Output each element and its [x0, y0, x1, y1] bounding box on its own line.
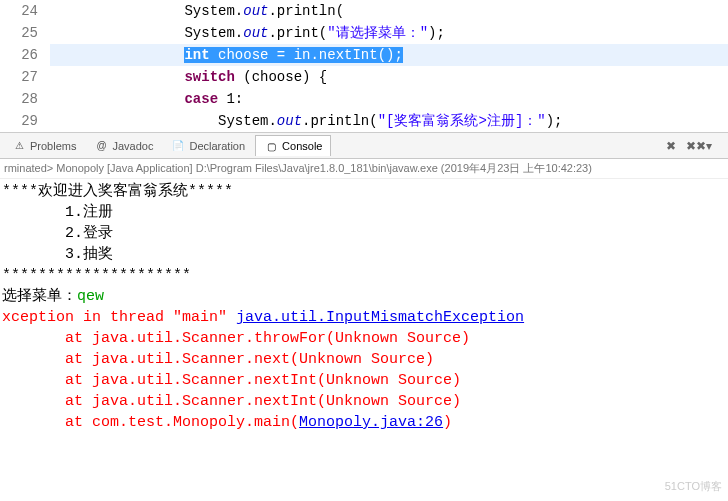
code-content[interactable]: System.out.println( — [50, 0, 728, 22]
view-tab-console[interactable]: ▢Console — [255, 135, 331, 156]
console-line: at java.util.Scanner.nextInt(Unknown Sou… — [0, 391, 728, 412]
code-content[interactable]: switch (choose) { — [50, 66, 728, 88]
console-toolbar: ✖ ✖✖ ▾ — [666, 139, 728, 153]
view-tab-label: Declaration — [189, 140, 245, 152]
view-tab-label: Problems — [30, 140, 76, 152]
line-number: 26 — [0, 44, 50, 66]
console-line: at com.test.Monopoly.main(Monopoly.java:… — [0, 412, 728, 433]
pin-icon[interactable]: ▾ — [706, 139, 720, 153]
console-line: 3.抽奖 — [0, 244, 728, 265]
code-line[interactable]: 27 switch (choose) { — [0, 66, 728, 88]
console-line: at java.util.Scanner.nextInt(Unknown Sou… — [0, 370, 728, 391]
console-line: 选择菜单：qew — [0, 286, 728, 307]
code-content[interactable]: int choose = in.nextInt(); — [50, 44, 728, 66]
line-number: 29 — [0, 110, 50, 132]
watermark: 51CTO博客 — [665, 476, 722, 497]
view-tab-javadoc[interactable]: @Javadoc — [86, 136, 161, 156]
console-line: at java.util.Scanner.throwFor(Unknown So… — [0, 328, 728, 349]
console-line: ****欢迎进入奖客富翁系统***** — [0, 181, 728, 202]
console-icon: ▢ — [264, 139, 278, 153]
code-line[interactable]: 25 System.out.print("请选择菜单："); — [0, 22, 728, 44]
view-tab-label: Javadoc — [112, 140, 153, 152]
console-process-label: rminated> Monopoly [Java Application] D:… — [0, 159, 728, 179]
line-number: 25 — [0, 22, 50, 44]
code-editor[interactable]: 24 System.out.println(25 System.out.prin… — [0, 0, 728, 133]
console-line: 1.注册 — [0, 202, 728, 223]
javadoc-icon: @ — [94, 139, 108, 153]
console-line: ********************* — [0, 265, 728, 286]
problems-icon: ⚠ — [12, 139, 26, 153]
code-line[interactable]: 29 System.out.println("[奖客富翁系统>注册]："); — [0, 110, 728, 132]
console-line: at java.util.Scanner.next(Unknown Source… — [0, 349, 728, 370]
line-number: 27 — [0, 66, 50, 88]
line-number: 28 — [0, 88, 50, 110]
stacktrace-link[interactable]: Monopoly.java:26 — [299, 414, 443, 431]
remove-all-icon[interactable]: ✖✖ — [686, 139, 700, 153]
selection: int choose = in.nextInt(); — [184, 47, 402, 63]
code-line[interactable]: 28 case 1: — [0, 88, 728, 110]
view-tab-problems[interactable]: ⚠Problems — [4, 136, 84, 156]
console-line: xception in thread "main" java.util.Inpu… — [0, 307, 728, 328]
view-tab-label: Console — [282, 140, 322, 152]
line-number: 24 — [0, 0, 50, 22]
code-content[interactable]: System.out.println("[奖客富翁系统>注册]："); — [50, 110, 728, 132]
view-tab-declaration[interactable]: 📄Declaration — [163, 136, 253, 156]
views-tabbar: ⚠Problems@Javadoc📄Declaration▢Console ✖ … — [0, 133, 728, 159]
code-content[interactable]: System.out.print("请选择菜单："); — [50, 22, 728, 44]
console-output[interactable]: ****欢迎进入奖客富翁系统***** 1.注册 2.登录 3.抽奖******… — [0, 179, 728, 501]
declaration-icon: 📄 — [171, 139, 185, 153]
code-content[interactable]: case 1: — [50, 88, 728, 110]
code-line[interactable]: 26 int choose = in.nextInt(); — [0, 44, 728, 66]
stacktrace-link[interactable]: java.util.InputMismatchException — [236, 309, 524, 326]
remove-launch-icon[interactable]: ✖ — [666, 139, 680, 153]
code-line[interactable]: 24 System.out.println( — [0, 0, 728, 22]
console-line: 2.登录 — [0, 223, 728, 244]
